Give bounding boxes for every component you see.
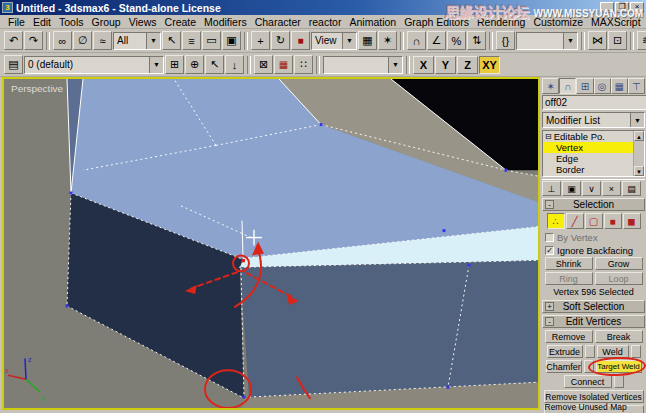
undo-icon[interactable]: ↶	[4, 31, 23, 50]
select-by-name-icon[interactable]: ≡	[182, 31, 201, 50]
selection-rollout-header[interactable]: - Selection	[542, 198, 645, 211]
border-mode-icon[interactable]: ▢	[585, 213, 603, 229]
remove-button[interactable]: Remove	[545, 330, 593, 343]
expand-icon[interactable]: ⊟	[545, 132, 552, 141]
make-unique-icon[interactable]: ∨	[582, 181, 601, 196]
shrink-button[interactable]: Shrink	[545, 257, 593, 270]
configure-sets-icon[interactable]: ▤	[622, 181, 641, 196]
break-button[interactable]: Break	[595, 330, 643, 343]
element-mode-icon[interactable]: ◼	[623, 213, 641, 229]
menu-character[interactable]: Character	[251, 16, 305, 28]
connect-settings-button[interactable]	[614, 375, 624, 388]
remove-unused-map-verts-button[interactable]: Remove Unused Map Verts	[544, 405, 644, 413]
connect-button[interactable]: Connect	[564, 375, 612, 388]
keyboard-shortcut-dropdown[interactable]: ▼	[323, 56, 403, 74]
snap-angle-icon[interactable]: ∠	[427, 31, 446, 50]
axis-y-button[interactable]: Y	[435, 56, 456, 74]
curve-editor-icon[interactable]: ≋	[637, 31, 646, 50]
mirror-icon[interactable]: ⋈	[588, 31, 607, 50]
pin-stack-icon[interactable]: ⊥	[542, 181, 561, 196]
object-name-field[interactable]	[542, 95, 646, 110]
ref-coord-dropdown[interactable]: View ▼	[311, 32, 357, 50]
chamfer-button[interactable]: Chamfer	[546, 360, 582, 373]
rect-region-icon[interactable]: ▭	[202, 31, 221, 50]
scroll-down-icon[interactable]: ▼	[634, 166, 644, 176]
by-vertex-checkbox[interactable]	[545, 233, 554, 242]
menu-reactor[interactable]: reactor	[305, 16, 346, 28]
loop-button[interactable]: Loop	[595, 272, 643, 285]
select-object-icon[interactable]: ↖	[162, 31, 181, 50]
menu-edit[interactable]: Edit	[29, 16, 55, 28]
expand-icon[interactable]: +	[545, 302, 554, 311]
polygon-mode-icon[interactable]: ■	[604, 213, 622, 229]
axis-z-button[interactable]: Z	[457, 56, 478, 74]
close-button[interactable]: ×	[630, 2, 644, 13]
redo-icon[interactable]: ↷	[24, 31, 43, 50]
snap-percent-icon[interactable]: %	[447, 31, 466, 50]
edit-vertices-rollout-header[interactable]: - Edit Vertices	[542, 315, 645, 328]
axis-x-button[interactable]: X	[413, 56, 434, 74]
stack-item-edge[interactable]: Edge	[543, 153, 633, 164]
select-move-icon[interactable]: +	[251, 31, 270, 50]
create-tab-icon[interactable]: ✶	[542, 78, 559, 94]
chamfer-settings-button[interactable]	[584, 360, 594, 373]
add-to-layer-icon[interactable]: ⊕	[185, 55, 204, 74]
menu-modifiers[interactable]: Modifiers	[200, 16, 251, 28]
align-icon[interactable]: ⊡	[608, 31, 627, 50]
utilities-tab-icon[interactable]: ⊤	[628, 78, 645, 94]
stack-item-editable-poly[interactable]: ⊟ Editable Po.	[543, 131, 633, 142]
select-scale-icon[interactable]: ■	[291, 31, 310, 50]
modify-tab-icon[interactable]: ∩	[559, 78, 576, 94]
use-center-icon[interactable]: ▦	[358, 31, 377, 50]
select-rotate-icon[interactable]: ↻	[271, 31, 290, 50]
show-end-result-icon[interactable]: ▣	[562, 181, 581, 196]
weld-settings-button[interactable]	[631, 345, 641, 358]
named-selection-icon[interactable]: {}	[496, 31, 515, 50]
window-crossing-icon[interactable]: ▣	[222, 31, 241, 50]
display-tab-icon[interactable]: ▦	[611, 78, 628, 94]
named-selection-dropdown[interactable]: ▼	[516, 32, 578, 50]
menu-group[interactable]: Group	[88, 16, 125, 28]
collapse-icon[interactable]: -	[545, 317, 554, 326]
menu-graph-editors[interactable]: Graph Editors	[400, 16, 473, 28]
modifier-list-dropdown[interactable]: Modifier List ▼	[542, 112, 645, 128]
menu-customize[interactable]: Customize	[529, 16, 587, 28]
hierarchy-tab-icon[interactable]: ⊞	[576, 78, 593, 94]
select-in-layer-icon[interactable]: ↖	[205, 55, 224, 74]
remove-modifier-icon[interactable]: ×	[602, 181, 621, 196]
menu-maxscript[interactable]: MAXScript	[587, 16, 645, 28]
vertex-mode-icon[interactable]: ∴	[547, 213, 565, 229]
restore-button[interactable]: ❐	[615, 2, 629, 13]
stack-item-border[interactable]: Border	[543, 164, 633, 175]
layer-dropdown[interactable]: 0 (default) ▼	[24, 56, 164, 74]
snap-spinner-icon[interactable]: ⇅	[467, 31, 486, 50]
ring-button[interactable]: Ring	[545, 272, 593, 285]
select-manipulate-icon[interactable]: ✶	[378, 31, 397, 50]
scroll-up-icon[interactable]: ▲	[634, 131, 644, 141]
viewport-label[interactable]: Perspective	[11, 83, 64, 94]
select-link-icon[interactable]: ∞	[53, 31, 72, 50]
menu-create[interactable]: Create	[161, 16, 201, 28]
material-editor-icon[interactable]: ▦	[274, 55, 293, 74]
render-shortcut-icon[interactable]: ∷	[294, 55, 313, 74]
weld-button[interactable]: Weld	[597, 345, 629, 358]
menu-tools[interactable]: Tools	[55, 16, 88, 28]
stack-item-vertex[interactable]: Vertex	[543, 142, 633, 153]
layers-icon[interactable]: ▤	[4, 55, 23, 74]
bind-spacewarp-icon[interactable]: ≈	[93, 31, 112, 50]
selection-filter-dropdown[interactable]: All ▼	[113, 32, 161, 50]
snap-3d-icon[interactable]: ∩	[407, 31, 426, 50]
new-layer-icon[interactable]: ⊞	[165, 55, 184, 74]
minimize-button[interactable]: _	[600, 2, 614, 13]
menu-file[interactable]: File	[4, 16, 29, 28]
extrude-settings-button[interactable]	[585, 345, 595, 358]
stack-scrollbar[interactable]: ▲ ▼	[633, 131, 644, 176]
menu-rendering[interactable]: Rendering	[473, 16, 529, 28]
unlink-icon[interactable]: ∅	[73, 31, 92, 50]
viewport-canvas[interactable]: x y z Perspective	[4, 79, 538, 408]
menu-animation[interactable]: Animation	[345, 16, 400, 28]
collapse-icon[interactable]: -	[545, 200, 554, 209]
schematic-view-icon[interactable]: ⊠	[254, 55, 273, 74]
set-current-layer-icon[interactable]: ↓	[225, 55, 244, 74]
edge-mode-icon[interactable]: ╱	[566, 213, 584, 229]
